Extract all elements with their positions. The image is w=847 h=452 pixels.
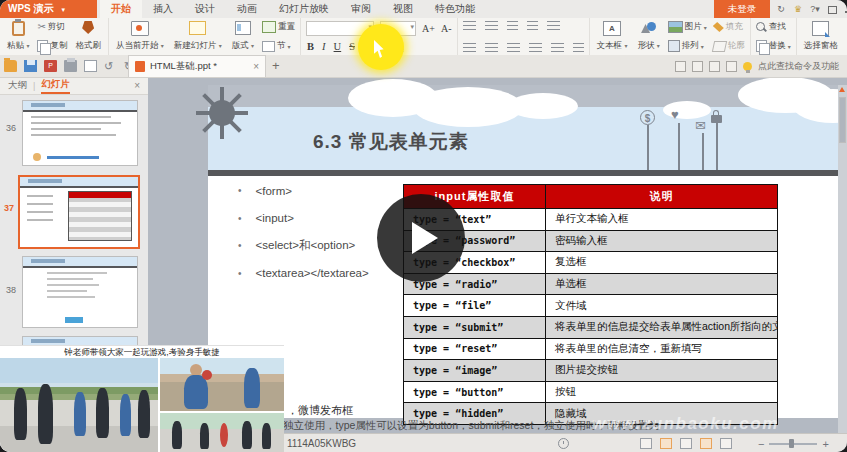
ribbon-tab[interactable]: 动画 <box>226 0 268 18</box>
slide-canvas[interactable]: $ ♥ ✉ 6.3 常见表单元素 <form><input><select>和<… <box>208 85 847 418</box>
photo-outdoor-group <box>0 358 158 452</box>
scrollbar-thumb[interactable] <box>839 97 846 143</box>
ribbon-tab[interactable]: 视图 <box>382 0 424 18</box>
shapes-button[interactable]: 形状 ▾ <box>635 21 661 52</box>
slide-thumbnail-36[interactable] <box>22 100 138 166</box>
save-icon[interactable] <box>24 60 37 72</box>
section-button[interactable]: 节 ▾ <box>262 40 295 52</box>
photo-walking-group <box>160 413 284 452</box>
tab-slides[interactable]: 幻灯片 <box>41 78 70 94</box>
paste-button[interactable]: 粘贴 ▾ <box>5 21 31 52</box>
table-row: type = “image” 图片提交按钮 <box>404 360 778 382</box>
vertical-scrollbar[interactable] <box>838 85 847 433</box>
attribute-value-cell: type = “reset” <box>404 338 546 360</box>
italic-button[interactable]: I <box>321 41 327 52</box>
cut-button[interactable]: ✂剪切 <box>37 21 67 33</box>
tab-outline[interactable]: 大纲 <box>8 79 27 92</box>
decrease-indent-icon[interactable] <box>507 21 518 31</box>
ribbon-tab[interactable]: 开始 <box>100 0 142 18</box>
slide-sorter-icon[interactable] <box>660 438 672 449</box>
description-cell: 图片提交按钮 <box>546 360 778 382</box>
open-file-icon[interactable] <box>4 60 17 72</box>
ribbon-tab[interactable]: 设计 <box>184 0 226 18</box>
document-tab[interactable]: HTML基础.ppt * × <box>128 55 266 77</box>
bullet-list-icon[interactable] <box>463 21 476 31</box>
ribbon-tab[interactable]: 审阅 <box>340 0 382 18</box>
pole-shape <box>702 133 704 170</box>
close-pane-icon[interactable]: × <box>134 80 140 91</box>
arrange-button[interactable]: 排列 ▾ <box>668 40 707 52</box>
description-cell: 将表单里的信息提交给表单属性action所指向的文件 <box>546 316 778 338</box>
textbox-button[interactable]: A 文本框 ▾ <box>595 21 630 52</box>
description-cell: 将表单里的信息清空，重新填写 <box>546 338 778 360</box>
line-spacing-icon[interactable] <box>547 21 560 31</box>
window-controls: ↻ ♛ ?▾ × <box>774 0 847 18</box>
ribbon-collapse-icon[interactable] <box>827 4 837 14</box>
selection-pane-button[interactable]: 选择窗格 <box>802 21 840 52</box>
outline-button[interactable]: 轮廓 <box>713 40 745 52</box>
sync-icon[interactable]: ↻ <box>776 4 786 14</box>
format-painter-button[interactable]: 格式刷 <box>73 21 103 52</box>
ribbon-tab[interactable]: 特色功能 <box>424 0 486 18</box>
print-preview-icon[interactable] <box>84 60 97 72</box>
zoom-slider-knob[interactable] <box>789 439 794 448</box>
help-icon[interactable]: ?▾ <box>810 4 820 14</box>
reset-button[interactable]: 重置 <box>262 21 295 33</box>
cloud-shape <box>508 93 578 119</box>
slideshow-icon[interactable] <box>700 438 712 449</box>
login-button[interactable]: 未登录 <box>714 0 770 18</box>
reading-view-icon[interactable] <box>680 438 692 449</box>
clipboard-group: 粘贴 ▾ ✂剪切 复制 格式刷 <box>0 18 109 55</box>
document-title: HTML基础.ppt * <box>150 60 248 73</box>
align-right-icon[interactable] <box>507 43 520 53</box>
print-icon[interactable] <box>64 60 77 72</box>
align-left-icon[interactable] <box>463 43 476 53</box>
shrink-font-button[interactable]: A- <box>441 23 452 34</box>
grow-font-button[interactable]: A+ <box>422 23 435 34</box>
columns-icon[interactable] <box>573 43 584 53</box>
numbered-list-icon[interactable] <box>485 21 498 31</box>
export-pdf-icon[interactable]: P <box>44 60 57 72</box>
ribbon-tab[interactable]: 插入 <box>142 0 184 18</box>
zoom-in-icon[interactable]: + <box>822 439 828 449</box>
underline-button[interactable]: U <box>333 41 343 52</box>
feedback-icon[interactable] <box>709 61 720 72</box>
new-slide-button[interactable]: 新建幻灯片 ▾ <box>172 21 224 52</box>
align-center-icon[interactable] <box>485 43 498 53</box>
increase-indent-icon[interactable] <box>527 21 538 31</box>
slide-number: 36 <box>6 123 16 133</box>
layout-switch-icon[interactable] <box>692 61 703 72</box>
thumb-text-line <box>31 122 121 124</box>
undo-icon[interactable]: ↺ <box>104 60 117 72</box>
slide-thumbnail-38[interactable] <box>22 256 138 328</box>
replace-button[interactable]: 替换 ▾ <box>756 40 791 52</box>
skin-icon[interactable] <box>675 61 686 72</box>
ppt-file-icon <box>135 61 145 72</box>
video-play-button[interactable] <box>377 194 465 282</box>
scroll-up-icon[interactable] <box>839 87 845 92</box>
thumb-submit-button <box>65 317 83 323</box>
layout-button[interactable]: 版式 ▾ <box>230 21 256 52</box>
zoom-slider[interactable] <box>769 443 817 445</box>
envelope-icon: ✉ <box>695 118 706 133</box>
fill-button[interactable]: 填充 <box>713 21 745 33</box>
wps-app-menu[interactable]: WPS 演示▾ <box>0 0 97 18</box>
close-document-icon[interactable]: × <box>253 61 259 72</box>
play-from-current-button[interactable]: 从当前开始 ▾ <box>114 21 166 52</box>
picture-button[interactable]: 图片 ▾ <box>668 21 707 33</box>
bold-button[interactable]: B <box>306 41 315 52</box>
new-document-tab-button[interactable]: + <box>272 58 280 73</box>
copy-button[interactable]: 复制 <box>37 40 67 52</box>
member-icon[interactable]: ♛ <box>793 4 803 14</box>
justify-icon[interactable] <box>529 43 542 53</box>
slide-thumbnail-37-selected[interactable] <box>18 175 140 249</box>
command-search-hint[interactable]: 点此查找命令及功能 <box>758 60 839 73</box>
flag-icon[interactable] <box>726 61 737 72</box>
strikethrough-button[interactable]: S <box>348 41 356 52</box>
notes-icon[interactable] <box>720 438 732 449</box>
find-button[interactable]: 查找 <box>756 21 791 33</box>
ribbon-tab[interactable]: 幻灯片放映 <box>268 0 340 18</box>
distribute-icon[interactable] <box>551 43 564 53</box>
normal-view-icon[interactable] <box>640 438 652 449</box>
zoom-out-icon[interactable]: − <box>758 439 764 449</box>
